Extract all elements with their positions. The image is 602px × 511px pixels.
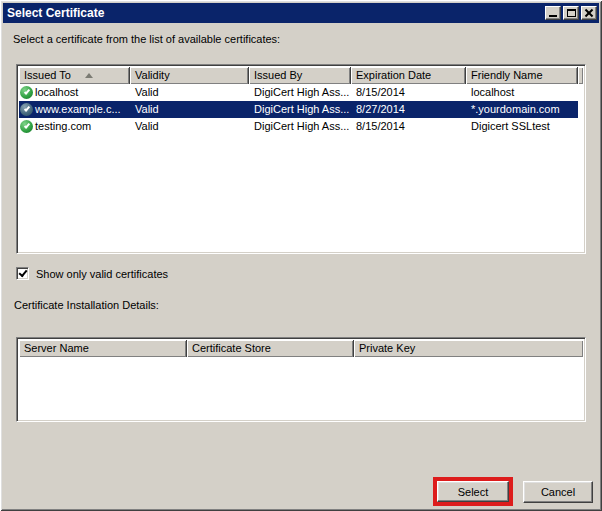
column-header-filler (578, 67, 583, 84)
cell-expiration-date: 8/15/2014 (351, 84, 466, 101)
minimize-icon (549, 15, 557, 17)
column-header-label: Private Key (359, 341, 415, 356)
cell-issued-to: www.example.c... (19, 101, 130, 118)
show-valid-checkbox[interactable] (16, 267, 29, 280)
cell-expiration-date: 8/27/2014 (351, 101, 466, 118)
cell-issued-to: testing.com (19, 118, 130, 135)
cell-issued-by: DigiCert High Ass... (249, 101, 351, 118)
window-title: Select Certificate (3, 6, 104, 20)
column-header-private-key[interactable]: Private Key (354, 340, 583, 357)
cancel-button[interactable]: Cancel (523, 481, 593, 503)
cell-validity: Valid (130, 84, 249, 101)
check-glyph (23, 88, 29, 94)
window-controls (545, 6, 597, 20)
cell-validity: Valid (130, 118, 249, 135)
table-row[interactable]: www.example.c... Valid DigiCert High Ass… (19, 101, 578, 118)
certificates-list-body: localhost Valid DigiCert High Ass... 8/1… (19, 84, 583, 135)
valid-certificate-icon (20, 103, 33, 116)
cell-friendly-name: localhost (466, 84, 578, 101)
issued-to-value: www.example.c... (35, 101, 121, 118)
details-list-header: Server Name Certificate Store Private Ke… (19, 340, 583, 357)
certificate-installation-details-label: Certificate Installation Details: (14, 299, 159, 311)
column-header-certificate-store[interactable]: Certificate Store (187, 340, 354, 357)
cell-validity: Valid (130, 101, 249, 118)
maximize-button[interactable] (563, 6, 579, 20)
column-header-issued-to[interactable]: Issued To (19, 67, 130, 84)
column-header-label: Friendly Name (471, 68, 543, 83)
close-icon (585, 9, 593, 17)
certificates-list: Issued To Validity Issued By Expiration … (16, 64, 586, 254)
titlebar[interactable]: Select Certificate (3, 3, 599, 23)
valid-certificate-icon (20, 120, 33, 133)
select-button-highlight-annotation: Select (433, 477, 513, 506)
column-header-label: Server Name (24, 341, 89, 356)
installation-details-list: Server Name Certificate Store Private Ke… (16, 337, 586, 422)
column-header-label: Issued To (24, 68, 71, 83)
minimize-button[interactable] (545, 6, 561, 20)
issued-to-value: testing.com (35, 118, 91, 135)
column-header-issued-by[interactable]: Issued By (249, 67, 351, 84)
cell-issued-by: DigiCert High Ass... (249, 118, 351, 135)
column-header-expiration-date[interactable]: Expiration Date (351, 67, 466, 84)
select-certificate-dialog: Select Certificate Select a certificate … (0, 0, 602, 511)
column-header-label: Expiration Date (356, 68, 431, 83)
cell-friendly-name: *.yourdomain.com (466, 101, 578, 118)
column-header-friendly-name[interactable]: Friendly Name (466, 67, 578, 84)
check-glyph (23, 105, 29, 111)
instruction-text: Select a certificate from the list of av… (13, 33, 280, 45)
valid-certificate-icon (20, 86, 33, 99)
table-row[interactable]: testing.com Valid DigiCert High Ass... 8… (19, 118, 578, 135)
column-header-server-name[interactable]: Server Name (19, 340, 187, 357)
column-header-validity[interactable]: Validity (130, 67, 249, 84)
column-header-label: Certificate Store (192, 341, 271, 356)
maximize-icon (567, 9, 576, 17)
check-glyph (23, 122, 29, 128)
show-valid-certificates-option[interactable]: Show only valid certificates (16, 267, 168, 280)
cell-friendly-name: Digicert SSLtest (466, 118, 578, 135)
issued-to-value: localhost (35, 84, 78, 101)
column-header-label: Validity (135, 68, 170, 83)
cell-issued-to: localhost (19, 84, 130, 101)
select-button[interactable]: Select (437, 481, 509, 502)
certificates-list-header: Issued To Validity Issued By Expiration … (19, 67, 583, 84)
table-row[interactable]: localhost Valid DigiCert High Ass... 8/1… (19, 84, 578, 101)
sort-ascending-icon (85, 73, 93, 78)
cell-expiration-date: 8/15/2014 (351, 118, 466, 135)
column-header-label: Issued By (254, 68, 302, 83)
cell-issued-by: DigiCert High Ass... (249, 84, 351, 101)
checkbox-label[interactable]: Show only valid certificates (36, 268, 168, 280)
close-button[interactable] (581, 6, 597, 20)
